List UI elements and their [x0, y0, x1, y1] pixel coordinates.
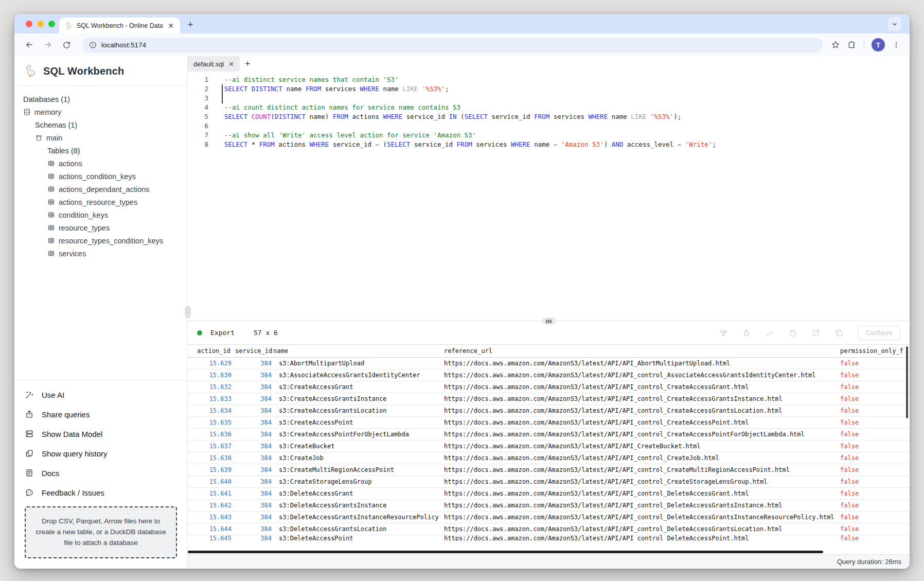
- menu-item-share-queries[interactable]: Share queries: [14, 404, 187, 424]
- column-header-name[interactable]: name: [273, 347, 444, 355]
- table-row[interactable]: 15.633384s3:CreateAccessGrantsInstanceht…: [188, 393, 910, 405]
- maximize-window-icon[interactable]: [48, 21, 55, 27]
- browser-menu-kebab-icon[interactable]: [892, 41, 900, 49]
- column-header-permission_only_f[interactable]: permission_only_f: [840, 347, 910, 355]
- database-icon: [23, 108, 31, 116]
- history-icon: [25, 449, 34, 458]
- editor-tab-default-sql[interactable]: default.sql ✕: [188, 56, 240, 72]
- lock-icon[interactable]: [742, 328, 751, 338]
- table-row[interactable]: 15.632384s3:CreateAccessGranthttps://doc…: [188, 381, 910, 393]
- table-row[interactable]: 15.636384s3:CreateAccessPointForObjectLa…: [188, 429, 910, 441]
- table-row[interactable]: 15.640384s3:CreateStorageLensGrouphttps:…: [188, 476, 910, 488]
- sidebar-table-actions[interactable]: actions: [14, 157, 183, 170]
- external-link-icon[interactable]: [811, 328, 821, 338]
- line-number: 1: [188, 75, 208, 84]
- file-dropzone[interactable]: Drop CSV, Parquet, Arrow files here to c…: [25, 506, 177, 558]
- reload-icon[interactable]: [59, 37, 74, 52]
- column-header-reference_url[interactable]: reference_url: [444, 347, 840, 355]
- database-tree: Databases (1) memory Schemas (1) main Ta…: [14, 86, 187, 380]
- menu-item-use-ai[interactable]: Use AI: [14, 385, 187, 404]
- table-icon: [47, 224, 55, 232]
- toolbar-separator: [864, 41, 864, 49]
- table-row[interactable]: 15.637384s3:CreateBuckethttps://docs.aws…: [188, 441, 910, 452]
- splitter-drag-handle-icon[interactable]: [542, 318, 556, 325]
- configure-button[interactable]: Configure: [858, 326, 900, 340]
- sidebar-table-services[interactable]: services: [14, 247, 183, 260]
- panel-splitter[interactable]: [188, 321, 910, 321]
- editor-tabbar: default.sql ✕ +: [188, 56, 910, 72]
- line-number: 5: [188, 112, 208, 121]
- table-row[interactable]: 15.634384s3:CreateAccessGrantsLocationht…: [188, 405, 910, 417]
- browser-tab[interactable]: SQL Workbench - Online Data ✕: [59, 17, 180, 33]
- code-line: --ai distinct service names that contain…: [224, 75, 716, 84]
- data-model-icon: [25, 429, 34, 438]
- table-row[interactable]: 15.629384s3:AbortMultipartUploadhttps://…: [188, 358, 910, 369]
- query-status-dot: [197, 330, 202, 336]
- sidebar: SQL Workbench Databases (1) memory Schem…: [14, 56, 188, 569]
- horizontal-scrollbar[interactable]: [188, 551, 823, 553]
- sidebar-table-resource_types_condition_keys[interactable]: resource_types_condition_keys: [14, 234, 183, 247]
- table-row[interactable]: 15.641384s3:DeleteAccessGranthttps://doc…: [188, 488, 910, 500]
- tree-schema-main[interactable]: main: [14, 131, 183, 144]
- tables-list: actionsactions_condition_keysactions_dep…: [14, 157, 183, 260]
- column-header-action_id[interactable]: action_id: [188, 347, 233, 355]
- table-icon: [47, 211, 55, 219]
- docs-icon: [25, 468, 34, 478]
- app-title: SQL Workbench: [43, 65, 124, 77]
- magic-wand-icon[interactable]: [765, 328, 774, 338]
- paint-roller-icon[interactable]: [719, 328, 728, 338]
- menu-item-docs[interactable]: Docs: [14, 463, 187, 483]
- table-row[interactable]: 15.643384s3:DeleteAccessGrantsInstanceRe…: [188, 512, 910, 523]
- profile-avatar[interactable]: T: [872, 38, 885, 51]
- column-header-service_id[interactable]: service_id: [233, 347, 273, 355]
- close-editor-tab-icon[interactable]: ✕: [228, 60, 234, 68]
- sql-editor[interactable]: 12345678 --ai distinct service names tha…: [188, 72, 910, 321]
- forward-icon[interactable]: [40, 37, 56, 52]
- sidebar-table-actions_dependant_actions[interactable]: actions_dependant_actions: [14, 183, 183, 196]
- close-tab-icon[interactable]: ✕: [167, 22, 175, 29]
- code-line: [224, 94, 716, 103]
- line-number: 3: [188, 94, 208, 103]
- table-row[interactable]: 15.644384s3:DeleteAccessGrantsLocationht…: [188, 523, 910, 535]
- export-button[interactable]: Export: [210, 329, 235, 337]
- table-row[interactable]: 15.639384s3:CreateMultiRegionAccessPoint…: [188, 464, 910, 476]
- back-icon[interactable]: [22, 37, 37, 52]
- sidebar-menu: Use AIShare queriesShow Data ModelShow q…: [14, 380, 187, 569]
- code-line: --ai show all 'Write' access level actio…: [224, 131, 716, 140]
- menu-item-feedback-issues[interactable]: Feedback / Issues: [14, 483, 187, 502]
- table-row-partial[interactable]: 15.645384s3:DeleteAccessPointhttps://doc…: [188, 535, 910, 541]
- line-number: 7: [188, 131, 208, 140]
- table-icon: [47, 250, 55, 257]
- table-row[interactable]: 15.630384s3:AssociateAccessGrantsIdentit…: [188, 369, 910, 381]
- tree-databases-label: Databases (1): [14, 93, 183, 105]
- table-row[interactable]: 15.642384s3:DeleteAccessGrantsInstanceht…: [188, 500, 910, 512]
- undo-icon[interactable]: [788, 328, 797, 338]
- tab-search-chevron-icon[interactable]: [887, 17, 901, 31]
- site-info-icon[interactable]: [89, 41, 97, 49]
- vertical-scrollbar[interactable]: [906, 346, 908, 418]
- code-line: [224, 121, 716, 131]
- new-tab-button[interactable]: +: [183, 17, 198, 32]
- tree-database-memory[interactable]: memory: [14, 105, 183, 118]
- minimize-window-icon[interactable]: [37, 21, 44, 27]
- wand-icon: [25, 390, 34, 399]
- sidebar-resize-handle[interactable]: ⋮: [185, 306, 191, 319]
- menu-item-show-data-model[interactable]: Show Data Model: [14, 424, 187, 444]
- table-row[interactable]: 15.638384s3:CreateJobhttps://docs.aws.am…: [188, 452, 910, 464]
- bookmark-star-icon[interactable]: [831, 40, 840, 49]
- result-dimensions: 57 x 6: [254, 329, 278, 337]
- table-row[interactable]: 15.635384s3:CreateAccessPointhttps://doc…: [188, 417, 910, 429]
- schema-icon: [35, 134, 43, 142]
- close-window-icon[interactable]: [26, 21, 32, 27]
- sidebar-table-resource_types[interactable]: resource_types: [14, 221, 183, 234]
- address-bar[interactable]: localhost:5174: [82, 38, 823, 52]
- extensions-puzzle-icon[interactable]: [847, 40, 857, 49]
- sidebar-table-condition_keys[interactable]: condition_keys: [14, 208, 183, 221]
- menu-item-show-query-history[interactable]: Show query history: [14, 444, 187, 463]
- sidebar-table-actions_condition_keys[interactable]: actions_condition_keys: [14, 170, 183, 183]
- copy-icon[interactable]: [834, 328, 844, 338]
- new-query-tab-button[interactable]: +: [240, 56, 255, 72]
- sidebar-table-actions_resource_types[interactable]: actions_resource_types: [14, 196, 183, 208]
- browser-window: SQL Workbench - Online Data ✕ + localhos…: [14, 14, 910, 569]
- feedback-icon: [25, 488, 34, 497]
